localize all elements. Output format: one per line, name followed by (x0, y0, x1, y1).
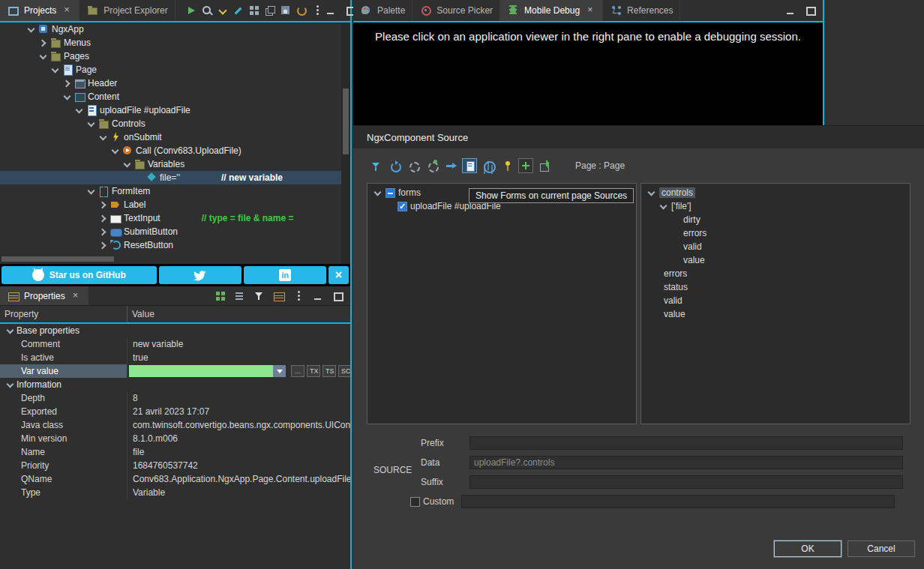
search-icon[interactable] (200, 4, 214, 17)
controls-tree-item-dirty[interactable]: dirty (641, 213, 910, 226)
edit-icon[interactable] (232, 4, 245, 17)
maximize-icon[interactable] (331, 289, 344, 303)
chevron-down-icon[interactable] (38, 51, 48, 61)
chevron-down-icon[interactable] (62, 91, 72, 102)
tree-item-variables[interactable]: Variables (0, 157, 350, 171)
tree-item-formitem[interactable]: FormItem (0, 184, 350, 198)
close-icon[interactable] (63, 6, 72, 15)
tab-source-picker[interactable]: Source Picker (412, 0, 500, 21)
chevron-down-icon[interactable] (4, 379, 15, 390)
suffix-input[interactable] (470, 475, 903, 489)
minimize-icon[interactable] (784, 4, 797, 17)
controls-tree-item-file[interactable]: ['file'] (641, 199, 910, 213)
controls-tree-item-valid[interactable]: valid (641, 240, 910, 253)
tree-item-onsubmit[interactable]: onSubmit (0, 130, 350, 144)
linkedin-button[interactable] (244, 266, 326, 284)
minimize-icon[interactable] (324, 4, 338, 17)
custom-checkbox[interactable] (410, 497, 420, 507)
controls-tree-item-value[interactable]: value (641, 253, 910, 267)
categories-icon[interactable] (214, 289, 227, 303)
close-icon[interactable] (586, 6, 596, 15)
checkbox-checked[interactable] (398, 202, 407, 211)
property-row-comment[interactable]: Comment new variable (0, 337, 350, 351)
chevron-right-icon[interactable] (38, 37, 48, 48)
settings-sync-icon[interactable] (424, 158, 440, 173)
kebab-menu-icon[interactable] (292, 289, 305, 303)
tree-item-ngxapp[interactable]: NgxApp (0, 22, 350, 36)
twitter-button[interactable] (159, 266, 242, 284)
chevron-right-icon[interactable] (62, 78, 72, 88)
chevron-down-icon[interactable] (122, 159, 132, 169)
chevron-right-icon[interactable] (98, 240, 108, 250)
horizontal-scrollbar[interactable] (2, 256, 114, 262)
chevron-down-icon[interactable] (4, 325, 15, 336)
chevron-down-icon[interactable] (110, 145, 120, 156)
tab-mobile-debug[interactable]: Mobile Debug (500, 0, 603, 21)
tree-item-page[interactable]: Page (0, 63, 350, 76)
tree-item-textinput[interactable]: TextInput // type = file & name = (0, 211, 350, 225)
tab-project-explorer[interactable]: Project Explorer (80, 0, 175, 21)
ts-button[interactable]: TS (322, 365, 336, 377)
dialog-titlebar[interactable]: NgxComponent Source (353, 126, 924, 148)
expand-more-icon[interactable] (216, 4, 230, 17)
property-row-java-class[interactable]: Java class com.twinsoft.convertigo.beans… (0, 418, 350, 432)
github-star-button[interactable]: Star us on GitHub (2, 266, 157, 284)
chevron-right-icon[interactable] (98, 213, 108, 223)
forward-arrow-icon[interactable] (443, 158, 458, 173)
property-row-name[interactable]: Name file (0, 445, 350, 459)
tx-button[interactable]: TX (307, 365, 320, 377)
tab-references[interactable]: References (603, 0, 680, 21)
pin-icon[interactable] (500, 158, 514, 173)
tree-item-controls[interactable]: Controls (0, 117, 350, 130)
add-icon[interactable] (518, 158, 533, 173)
property-row-qname[interactable]: QName Conv683.Application.NgxApp.Page.Co… (0, 472, 350, 486)
controls-tree-item-status[interactable]: status (641, 280, 910, 294)
data-input[interactable] (470, 456, 903, 469)
tree-item-label-component[interactable]: Label (0, 198, 350, 211)
property-row-priority[interactable]: Priority 1684760537742 (0, 459, 350, 472)
property-section-information[interactable]: Information (0, 378, 350, 391)
settings-icon[interactable] (406, 158, 421, 173)
save-icon[interactable] (279, 4, 292, 17)
collapse-all-icon[interactable] (233, 289, 247, 303)
tab-palette[interactable]: Palette (353, 0, 412, 21)
chevron-down-icon[interactable] (372, 187, 382, 198)
var-value-input[interactable] (129, 365, 273, 377)
property-row-min-version[interactable]: Min version 8.1.0.m006 (0, 432, 350, 445)
property-row-exported[interactable]: Exported 21 avril 2023 17:07 (0, 405, 350, 418)
tree-item-uploadfile[interactable]: uploadFile #uploadFile (0, 103, 350, 117)
tab-projects[interactable]: Projects (0, 0, 80, 21)
cancel-button[interactable]: Cancel (848, 541, 915, 557)
tree-item-pages[interactable]: Pages (0, 49, 350, 63)
filter-sources-icon[interactable] (368, 158, 383, 173)
controls-tree-item-controls[interactable]: controls (641, 186, 910, 199)
chevron-down-icon[interactable] (86, 186, 96, 196)
tree-item-menus[interactable]: Menus (0, 36, 350, 49)
banner-close-button[interactable] (328, 266, 349, 284)
vertical-scrollbar[interactable] (343, 88, 349, 154)
filter-icon[interactable] (253, 289, 266, 303)
chevron-down-icon[interactable] (26, 24, 36, 34)
property-row-is-active[interactable]: Is active true (0, 351, 350, 364)
controls-tree-item-errors2[interactable]: errors (641, 267, 910, 280)
export-icon[interactable] (537, 158, 552, 173)
copy-icon[interactable] (263, 4, 277, 17)
close-icon[interactable] (72, 292, 81, 301)
controls-tree-item-value2[interactable]: value (641, 307, 910, 321)
tree-item-submitbutton[interactable]: SubmitButton (0, 225, 350, 238)
controls-tree-item-errors[interactable]: errors (641, 226, 910, 240)
tree-item-call[interactable]: Call (Conv683.UploadFile) (0, 144, 350, 157)
layout-icon[interactable] (248, 4, 261, 17)
table-view-icon[interactable] (272, 289, 286, 303)
property-row-var-value[interactable]: Var value ... TX TS SC (0, 364, 350, 378)
refresh-icon[interactable] (387, 158, 402, 173)
chevron-right-icon[interactable] (98, 199, 108, 210)
tree-item-header[interactable]: Header (0, 76, 350, 90)
tab-properties[interactable]: Properties (0, 286, 88, 305)
globe-icon[interactable] (481, 158, 496, 173)
property-section-base[interactable]: Base properties (0, 324, 350, 337)
custom-input[interactable] (461, 495, 895, 508)
sync-icon[interactable] (295, 4, 308, 17)
prefix-input[interactable] (470, 436, 903, 450)
chevron-right-icon[interactable] (98, 226, 108, 237)
